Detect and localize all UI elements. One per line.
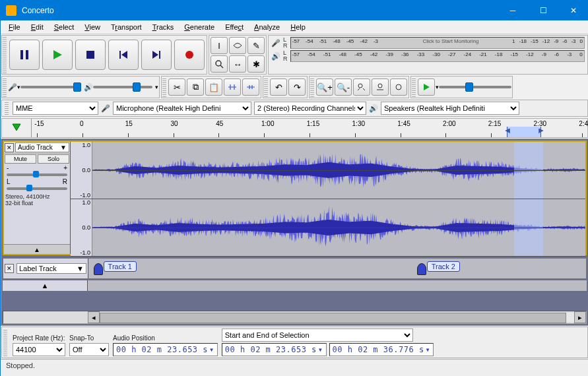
label-track-menu[interactable]: Label Track▼ bbox=[16, 263, 86, 274]
close-button[interactable]: ✕ bbox=[558, 1, 588, 20]
horizontal-scrollbar[interactable]: ◂ ▸ bbox=[3, 311, 587, 324]
menu-view[interactable]: View bbox=[79, 22, 106, 32]
skip-end-button[interactable] bbox=[141, 40, 172, 70]
audio-position-field[interactable]: 00 h 02 m 23.653 s▾ bbox=[113, 343, 218, 356]
timeline[interactable]: -1501530451:001:151:301:452:002:152:302:… bbox=[1, 118, 588, 138]
track-close-button[interactable]: ✕ bbox=[5, 143, 14, 152]
fit-project-button[interactable] bbox=[372, 78, 389, 96]
recording-channels-select[interactable]: 2 (Stereo) Recording Channels bbox=[254, 102, 366, 115]
label-marker-1[interactable] bbox=[94, 263, 103, 275]
menu-file[interactable]: File bbox=[3, 22, 26, 32]
labels-area[interactable]: Track 1 Track 2 bbox=[88, 259, 586, 278]
svg-line-10 bbox=[220, 65, 223, 68]
skip-start-button[interactable] bbox=[108, 40, 139, 70]
fit-selection-button[interactable] bbox=[353, 78, 370, 96]
speaker-icon: 🔊 bbox=[271, 52, 280, 61]
meter-channel-labels-play: LR bbox=[283, 50, 288, 62]
copy-button[interactable]: ⧉ bbox=[187, 78, 204, 96]
recording-meter[interactable]: -57-54-51-48-45-42-3 Click to Start Moni… bbox=[290, 37, 585, 49]
selection-end-field[interactable]: 00 h 02 m 36.776 s▾ bbox=[329, 343, 434, 356]
grip[interactable] bbox=[3, 77, 7, 97]
time-ruler[interactable]: -1501530451:001:151:301:452:002:152:302:… bbox=[32, 119, 587, 137]
track-collapse-button[interactable]: ▲ bbox=[4, 244, 70, 254]
track-menu[interactable]: Audio Track▼ bbox=[15, 142, 69, 152]
undo-button[interactable]: ↶ bbox=[270, 78, 287, 96]
grip[interactable] bbox=[412, 77, 416, 97]
selection-mode-select[interactable]: Start and End of Selection bbox=[222, 329, 413, 342]
menu-analyze[interactable]: Analyze bbox=[249, 22, 285, 32]
play-at-speed-button[interactable] bbox=[418, 78, 435, 96]
mute-button[interactable]: Mute bbox=[5, 154, 36, 164]
stop-button[interactable] bbox=[75, 40, 106, 70]
menu-tracks[interactable]: Tracks bbox=[147, 22, 180, 32]
envelope-tool[interactable] bbox=[229, 37, 246, 54]
timeshift-tool[interactable]: ↔ bbox=[229, 55, 246, 73]
gain-slider[interactable] bbox=[7, 173, 67, 176]
grip[interactable] bbox=[3, 329, 7, 356]
waveform-left[interactable] bbox=[92, 142, 585, 199]
snap-to-select[interactable]: Off bbox=[69, 343, 109, 356]
label-marker-2[interactable] bbox=[417, 263, 426, 275]
redo-button[interactable]: ↷ bbox=[288, 78, 306, 96]
minimize-button[interactable]: ─ bbox=[498, 1, 528, 20]
label-track-close-button[interactable]: ✕ bbox=[5, 264, 14, 273]
grip[interactable] bbox=[162, 77, 166, 97]
draw-tool[interactable]: ✎ bbox=[247, 37, 265, 54]
scroll-left-button[interactable]: ◂ bbox=[88, 311, 100, 323]
playback-speed-slider[interactable] bbox=[439, 86, 511, 88]
play-button[interactable] bbox=[42, 40, 73, 70]
zoom-in-button[interactable]: 🔍+ bbox=[316, 78, 333, 96]
waveform-right[interactable] bbox=[92, 199, 585, 256]
menu-help[interactable]: Help bbox=[285, 22, 311, 32]
menu-edit[interactable]: Edit bbox=[26, 22, 49, 32]
recording-volume-slider[interactable] bbox=[20, 86, 80, 88]
audio-host-select[interactable]: MME bbox=[13, 102, 98, 115]
pan-slider[interactable] bbox=[7, 187, 67, 190]
record-button[interactable] bbox=[174, 40, 205, 70]
zoom-toggle-button[interactable] bbox=[390, 78, 407, 96]
menu-effect[interactable]: Effect bbox=[220, 22, 249, 32]
vertical-scale: 1.00.0-1.0 bbox=[71, 142, 92, 199]
cut-button[interactable]: ✂ bbox=[168, 78, 185, 96]
app-icon bbox=[6, 5, 16, 16]
menu-select[interactable]: Select bbox=[49, 22, 80, 32]
grip[interactable] bbox=[5, 102, 9, 115]
label-2[interactable]: Track 2 bbox=[427, 261, 460, 272]
playback-volume-slider[interactable] bbox=[93, 86, 152, 88]
zoom-tool[interactable] bbox=[211, 55, 228, 73]
pause-button[interactable] bbox=[9, 40, 40, 70]
label-track-collapse[interactable]: ▲ bbox=[3, 280, 88, 291]
pin-playhead-button[interactable] bbox=[2, 119, 32, 137]
zoom-toolbar: 🔍+ 🔍- bbox=[309, 76, 409, 98]
menu-transport[interactable]: Transport bbox=[106, 22, 147, 32]
selection-tool[interactable]: I bbox=[211, 37, 228, 54]
track-info: Stereo, 44100Hz32-bit float bbox=[4, 192, 70, 208]
playback-meter[interactable]: -57-54-51-48-45-42-39-36-33-30-27-24-21-… bbox=[290, 50, 585, 62]
toolbar-row-1: I ✎ ↔ ✱ 🎤 LR -57-54-51-48-45-42-3 Click … bbox=[1, 34, 588, 75]
svg-rect-0 bbox=[20, 50, 23, 59]
silence-button[interactable] bbox=[242, 78, 259, 96]
recording-device-select[interactable]: Microphone (Realtek High Defini bbox=[113, 102, 251, 115]
maximize-button[interactable]: ☐ bbox=[528, 1, 558, 20]
trim-button[interactable] bbox=[224, 78, 241, 96]
project-rate-select[interactable]: 44100 bbox=[13, 343, 65, 356]
zoom-out-button[interactable]: 🔍- bbox=[335, 78, 352, 96]
transport-toolbar bbox=[1, 35, 207, 75]
grip[interactable] bbox=[264, 77, 268, 97]
label-1[interactable]: Track 1 bbox=[104, 261, 137, 272]
play-speed-toolbar: ▾ bbox=[410, 76, 513, 98]
multi-tool[interactable]: ✱ bbox=[247, 55, 265, 73]
paste-button[interactable]: 📋 bbox=[205, 78, 222, 96]
track-control-panel: ✕ Audio Track▼ Mute Solo -+ LR Stereo, 4… bbox=[4, 142, 71, 254]
scroll-right-button[interactable]: ▸ bbox=[574, 311, 586, 323]
grip[interactable] bbox=[310, 77, 314, 97]
snap-to-label: Snap-To bbox=[69, 334, 109, 342]
svg-point-12 bbox=[378, 84, 382, 88]
playback-device-select[interactable]: Speakers (Realtek High Definiti bbox=[381, 102, 519, 115]
toolbar-row-2: 🎤▾ 🔊 ▾ ✂ ⧉ 📋 ↶ ↷ 🔍+ 🔍- bbox=[1, 75, 588, 99]
menu-generate[interactable]: Generate bbox=[179, 22, 220, 32]
grip[interactable] bbox=[3, 36, 7, 73]
solo-button[interactable]: Solo bbox=[38, 154, 69, 164]
svg-marker-15 bbox=[13, 124, 20, 131]
selection-start-field[interactable]: 00 h 02 m 23.653 s▾ bbox=[222, 343, 327, 356]
